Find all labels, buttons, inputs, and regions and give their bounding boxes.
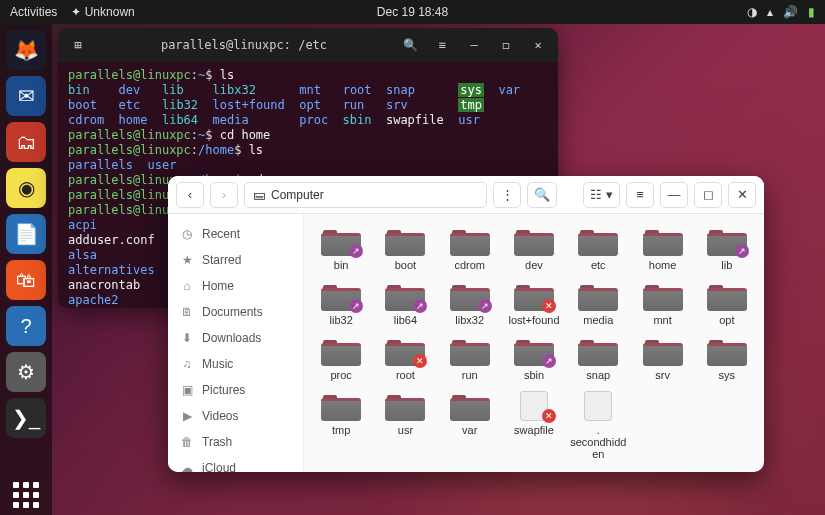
notification-icon[interactable]: ◑ <box>747 5 757 19</box>
network-icon[interactable]: ▴ <box>767 5 773 19</box>
dock-files-icon[interactable]: 🗂 <box>6 122 46 162</box>
new-tab-button[interactable]: ⊞ <box>66 33 90 57</box>
view-options-button[interactable]: ⋮ <box>493 182 521 208</box>
hamburger-menu-button[interactable]: ≡ <box>626 182 654 208</box>
ls-output-line: parallels user <box>68 158 548 173</box>
terminal-titlebar[interactable]: ⊞ parallels@linuxpc: /etc 🔍 ≡ — ◻ ✕ <box>58 28 558 62</box>
folder-item[interactable]: opt <box>696 279 758 328</box>
folder-item[interactable]: proc <box>310 334 372 383</box>
dock-rhythmbox-icon[interactable]: ◉ <box>6 168 46 208</box>
sidebar-item-icloud[interactable]: ☁iCloud <box>172 456 299 472</box>
search-button[interactable]: 🔍 <box>527 182 557 208</box>
item-label: lib32 <box>330 314 353 326</box>
folder-item[interactable]: lib32 <box>310 279 372 328</box>
sidebar-item-documents[interactable]: 🗎Documents <box>172 300 299 324</box>
folder-icon <box>321 391 361 421</box>
files-close-button[interactable]: ✕ <box>728 182 756 208</box>
top-panel: Activities ✦ Unknown Dec 19 18:48 ◑ ▴ 🔊 … <box>0 0 825 24</box>
folder-icon <box>385 281 425 311</box>
folder-item[interactable]: var <box>439 389 501 462</box>
terminal-minimize-button[interactable]: — <box>462 33 486 57</box>
folder-item[interactable]: boot <box>374 224 436 273</box>
folder-item[interactable]: sys <box>696 334 758 383</box>
terminal-search-button[interactable]: 🔍 <box>398 33 422 57</box>
files-grid[interactable]: binbootcdromdevetchomeliblib32lib64libx3… <box>304 214 764 472</box>
dock-libreoffice-icon[interactable]: 📄 <box>6 214 46 254</box>
appmenu-button[interactable]: ✦ Unknown <box>71 5 134 19</box>
folder-item[interactable]: bin <box>310 224 372 273</box>
terminal-menu-button[interactable]: ≡ <box>430 33 454 57</box>
folder-icon <box>385 391 425 421</box>
item-label: home <box>649 259 677 271</box>
folder-item[interactable]: lost+found <box>503 279 565 328</box>
battery-icon[interactable]: ▮ <box>808 5 815 19</box>
folder-item[interactable]: . secondhidden <box>567 389 629 462</box>
folder-icon <box>707 226 747 256</box>
folder-item[interactable]: srv <box>631 334 693 383</box>
terminal-line: parallels@linuxpc:~$ cd home <box>68 128 548 143</box>
item-label: sbin <box>524 369 544 381</box>
activities-button[interactable]: Activities <box>10 5 57 19</box>
clock[interactable]: Dec 19 18:48 <box>377 5 448 19</box>
folder-item[interactable]: run <box>439 334 501 383</box>
files-minimize-button[interactable]: — <box>660 182 688 208</box>
sidebar-item-recent[interactable]: ◷Recent <box>172 222 299 246</box>
item-label: boot <box>395 259 416 271</box>
symlink-badge-icon <box>349 244 363 258</box>
folder-icon <box>450 391 490 421</box>
sidebar-item-trash[interactable]: 🗑Trash <box>172 430 299 454</box>
symlink-badge-icon <box>542 354 556 368</box>
forward-button[interactable]: › <box>210 182 238 208</box>
folder-item[interactable]: etc <box>567 224 629 273</box>
sidebar-icon: ⌂ <box>180 279 194 293</box>
sidebar-icon: ♫ <box>180 357 194 371</box>
icon-view-button[interactable]: ☷ ▾ <box>583 182 620 208</box>
folder-item[interactable]: sbin <box>503 334 565 383</box>
show-apps-button[interactable] <box>6 475 46 515</box>
folder-icon <box>578 281 618 311</box>
sidebar-icon: ▣ <box>180 383 194 397</box>
dock-software-icon[interactable]: 🛍 <box>6 260 46 300</box>
folder-item[interactable]: usr <box>374 389 436 462</box>
folder-item[interactable]: home <box>631 224 693 273</box>
ls-output-line: bin dev lib libx32 mnt root snap sys var <box>68 83 548 98</box>
item-label: usr <box>398 424 413 436</box>
terminal-line: parallels@linuxpc:~$ ls <box>68 68 548 83</box>
folder-item[interactable]: media <box>567 279 629 328</box>
folder-item[interactable]: cdrom <box>439 224 501 273</box>
files-maximize-button[interactable]: ◻ <box>694 182 722 208</box>
sidebar-item-videos[interactable]: ▶Videos <box>172 404 299 428</box>
folder-item[interactable]: tmp <box>310 389 372 462</box>
sidebar-item-pictures[interactable]: ▣Pictures <box>172 378 299 402</box>
files-headerbar: ‹ › 🖴 Computer ⋮ 🔍 ☷ ▾ ≡ — ◻ ✕ <box>168 176 764 214</box>
sidebar-item-starred[interactable]: ★Starred <box>172 248 299 272</box>
sound-icon[interactable]: 🔊 <box>783 5 798 19</box>
folder-item[interactable]: swapfile <box>503 389 565 462</box>
folder-item[interactable]: lib64 <box>374 279 436 328</box>
sidebar-label: Documents <box>202 305 263 319</box>
folder-icon <box>450 281 490 311</box>
dock-terminal-icon[interactable]: ❯_ <box>6 398 46 438</box>
item-label: tmp <box>332 424 350 436</box>
sidebar-item-downloads[interactable]: ⬇Downloads <box>172 326 299 350</box>
dock-thunderbird-icon[interactable]: ✉ <box>6 76 46 116</box>
folder-item[interactable]: libx32 <box>439 279 501 328</box>
item-label: run <box>462 369 478 381</box>
folder-item[interactable]: mnt <box>631 279 693 328</box>
folder-item[interactable]: snap <box>567 334 629 383</box>
dock-help-icon[interactable]: ? <box>6 306 46 346</box>
sidebar-item-home[interactable]: ⌂Home <box>172 274 299 298</box>
back-button[interactable]: ‹ <box>176 182 204 208</box>
folder-item[interactable]: dev <box>503 224 565 273</box>
sidebar-item-music[interactable]: ♫Music <box>172 352 299 376</box>
sidebar-label: Starred <box>202 253 241 267</box>
terminal-close-button[interactable]: ✕ <box>526 33 550 57</box>
item-label: root <box>396 369 415 381</box>
dock-settings-icon[interactable]: ⚙ <box>6 352 46 392</box>
terminal-maximize-button[interactable]: ◻ <box>494 33 518 57</box>
folder-item[interactable]: lib <box>696 224 758 273</box>
sidebar-label: Home <box>202 279 234 293</box>
folder-item[interactable]: root <box>374 334 436 383</box>
location-bar[interactable]: 🖴 Computer <box>244 182 487 208</box>
dock-firefox-icon[interactable]: 🦊 <box>6 30 46 70</box>
